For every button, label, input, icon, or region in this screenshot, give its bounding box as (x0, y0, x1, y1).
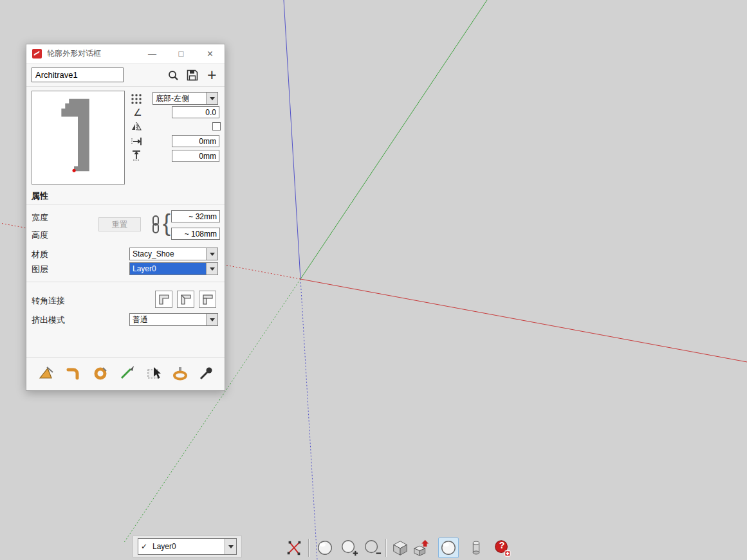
dialog-titlebar[interactable]: 轮廓外形对话框 — □ × (26, 44, 225, 64)
stamp-icon (172, 365, 189, 381)
dialog-title: 轮廓外形对话框 (47, 48, 138, 59)
revolve-icon (92, 365, 109, 381)
material-select[interactable]: Stacy_Shoe (129, 248, 218, 260)
solid-extrude-icon (413, 539, 431, 557)
draw-path-tool-button[interactable] (118, 363, 137, 383)
corner-miter-button[interactable] (155, 291, 172, 308)
add-profile-icon[interactable]: + (207, 64, 217, 85)
width-label: 宽度 (32, 212, 48, 224)
anchor-select-value: 底部-左侧 (153, 93, 206, 104)
extrude-select-arrow[interactable] (206, 314, 217, 325)
extrude-select-value: 普通 (130, 314, 206, 325)
build-profile-tool-button[interactable] (37, 363, 56, 383)
corner-diagonal-button[interactable] (177, 291, 194, 308)
height-input[interactable] (171, 228, 220, 240)
link-icon[interactable] (151, 215, 161, 233)
offset-x-icon (131, 136, 142, 147)
profile-member-icon (65, 365, 82, 381)
anchor-select-arrow[interactable] (206, 93, 217, 104)
solid-extrude-tool-button[interactable] (412, 537, 432, 558)
select-members-tool-button[interactable] (145, 363, 164, 383)
green-axis-solid (300, 0, 487, 279)
corner-diagonal-icon (180, 293, 192, 306)
layer-statusbar-arrow[interactable] (225, 539, 236, 554)
draw-path-icon (119, 365, 136, 381)
eyedropper-icon (198, 365, 214, 381)
stamp-tool-button[interactable] (171, 363, 190, 383)
sphere-icon (316, 539, 334, 557)
profile-silhouette (61, 99, 89, 171)
layer-visible-check-icon: ✓ (138, 539, 150, 554)
build-profile-icon (38, 365, 55, 381)
divider (26, 282, 225, 282)
app-icon (32, 49, 42, 59)
profile-name-row: + (26, 64, 225, 87)
offset-y-icon (131, 150, 142, 161)
material-label: 材质 (32, 249, 48, 260)
profile-shape (32, 91, 124, 184)
extrude-select[interactable]: 普通 (129, 313, 218, 326)
profile-edit-icon (285, 539, 303, 557)
blue-axis-dotted (300, 279, 317, 560)
layer-select-arrow[interactable] (206, 263, 217, 275)
corner-miter-icon (158, 293, 171, 306)
properties-header: 属性 (32, 190, 48, 202)
sphere-add-tool-button[interactable] (339, 537, 360, 558)
divider (26, 357, 225, 358)
revolve-tool-button[interactable] (91, 363, 110, 383)
profile-preview[interactable] (32, 91, 125, 185)
mirror-checkbox[interactable] (212, 122, 221, 131)
layer-statusbar-value: Layer0 (150, 539, 225, 554)
sketchup-viewport: { "dialog": { "title": "轮廓外形对话框", "contr… (0, 0, 747, 560)
save-icon[interactable] (187, 69, 198, 81)
blue-axis-solid (284, 0, 300, 279)
divider (26, 204, 225, 204)
anchor-grid-icon[interactable] (131, 93, 142, 105)
height-label: 高度 (32, 230, 48, 241)
sphere-active-icon (439, 539, 457, 557)
profile-member-tool-button[interactable] (64, 363, 83, 383)
column-tool-button[interactable] (466, 537, 486, 558)
toolbar-separator (385, 539, 387, 557)
sphere-subtract-icon (364, 539, 382, 557)
mirror-icon (131, 121, 142, 132)
offset-y-input[interactable] (172, 150, 219, 162)
anchor-point-marker (73, 169, 76, 172)
offset-x-input[interactable] (172, 135, 219, 147)
close-button[interactable]: × (196, 44, 225, 64)
rotation-input[interactable] (172, 106, 219, 118)
select-members-icon (146, 365, 163, 381)
width-input[interactable] (171, 210, 220, 222)
solid-cube-icon (391, 539, 409, 557)
maximize-button[interactable]: □ (167, 44, 196, 64)
toolbar-separator (308, 539, 309, 557)
link-brace: { (163, 209, 171, 237)
search-icon[interactable] (167, 69, 179, 81)
sphere-active-tool-button[interactable] (438, 537, 459, 558)
layer-toolbar: ✓ Layer0 (133, 536, 242, 557)
corner-butt-button[interactable] (199, 291, 216, 308)
corner-butt-icon (201, 293, 214, 306)
help-mascot-icon (493, 539, 511, 557)
layer-statusbar-select[interactable]: ✓ Layer0 (138, 538, 237, 555)
eyedropper-tool-button[interactable] (196, 363, 216, 383)
sphere-tool-button[interactable] (315, 537, 335, 558)
column-icon (467, 539, 485, 557)
sphere-add-icon (340, 539, 358, 557)
profile-name-input[interactable] (32, 68, 124, 82)
red-axis-solid (300, 279, 747, 362)
help-tool-button[interactable] (492, 537, 512, 558)
reset-button[interactable]: 重置 (98, 217, 141, 231)
profile-edit-tool-button[interactable] (284, 537, 304, 558)
layer-select[interactable]: Layer0 (129, 262, 218, 275)
material-select-arrow[interactable] (206, 248, 217, 260)
profile-builder-dialog: 轮廓外形对话框 — □ × + 底部-左侧 (26, 44, 225, 391)
minimize-button[interactable]: — (138, 44, 167, 64)
solid-tool-button[interactable] (390, 537, 410, 558)
anchor-select[interactable]: 底部-左侧 (152, 92, 218, 105)
sphere-subtract-tool-button[interactable] (362, 537, 383, 558)
rotation-icon: ∠ (132, 107, 143, 118)
material-select-value: Stacy_Shoe (130, 248, 206, 260)
layer-label: 图层 (32, 264, 48, 275)
extrude-label: 挤出模式 (32, 314, 65, 326)
